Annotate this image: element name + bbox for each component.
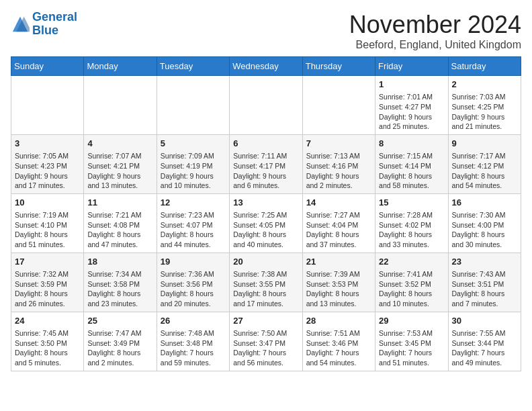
day-info: Sunrise: 7:11 AMSunset: 4:17 PMDaylight:… bbox=[233, 151, 298, 191]
day-info: Sunrise: 7:32 AMSunset: 3:59 PMDaylight:… bbox=[15, 269, 80, 309]
calendar-cell: 17Sunrise: 7:32 AMSunset: 3:59 PMDayligh… bbox=[11, 253, 84, 312]
day-info: Sunrise: 7:48 AMSunset: 3:48 PMDaylight:… bbox=[161, 328, 226, 368]
calendar-cell: 29Sunrise: 7:53 AMSunset: 3:45 PMDayligh… bbox=[375, 312, 448, 371]
day-info: Sunrise: 7:43 AMSunset: 3:51 PMDaylight:… bbox=[452, 269, 517, 309]
day-number: 18 bbox=[87, 256, 152, 268]
day-info: Sunrise: 7:05 AMSunset: 4:23 PMDaylight:… bbox=[15, 151, 80, 191]
calendar-cell: 6Sunrise: 7:11 AMSunset: 4:17 PMDaylight… bbox=[230, 134, 302, 193]
calendar-week-3: 10Sunrise: 7:19 AMSunset: 4:10 PMDayligh… bbox=[11, 193, 521, 253]
calendar-cell: 2Sunrise: 7:03 AMSunset: 4:25 PMDaylight… bbox=[448, 76, 521, 135]
calendar-cell: 26Sunrise: 7:48 AMSunset: 3:48 PMDayligh… bbox=[157, 312, 229, 371]
day-number: 1 bbox=[379, 79, 444, 91]
month-title: November 2024 bbox=[349, 11, 521, 39]
calendar-cell: 21Sunrise: 7:39 AMSunset: 3:53 PMDayligh… bbox=[302, 253, 375, 312]
day-number: 6 bbox=[233, 138, 298, 150]
calendar-cell: 27Sunrise: 7:50 AMSunset: 3:47 PMDayligh… bbox=[230, 312, 302, 371]
calendar-cell: 7Sunrise: 7:13 AMSunset: 4:16 PMDaylight… bbox=[302, 134, 375, 193]
day-info: Sunrise: 7:25 AMSunset: 4:05 PMDaylight:… bbox=[233, 210, 298, 250]
day-header-saturday: Saturday bbox=[448, 57, 521, 76]
calendar-cell: 9Sunrise: 7:17 AMSunset: 4:12 PMDaylight… bbox=[448, 134, 521, 193]
calendar-cell: 11Sunrise: 7:21 AMSunset: 4:08 PMDayligh… bbox=[84, 193, 157, 253]
day-number: 9 bbox=[452, 138, 517, 150]
calendar-cell: 3Sunrise: 7:05 AMSunset: 4:23 PMDaylight… bbox=[11, 134, 84, 193]
day-header-wednesday: Wednesday bbox=[230, 57, 302, 76]
calendar-cell: 25Sunrise: 7:47 AMSunset: 3:49 PMDayligh… bbox=[84, 312, 157, 371]
calendar-cell: 10Sunrise: 7:19 AMSunset: 4:10 PMDayligh… bbox=[11, 193, 84, 253]
day-number: 10 bbox=[15, 197, 80, 209]
calendar-header-row: SundayMondayTuesdayWednesdayThursdayFrid… bbox=[11, 57, 521, 76]
day-info: Sunrise: 7:30 AMSunset: 4:00 PMDaylight:… bbox=[452, 210, 517, 250]
calendar-cell: 20Sunrise: 7:38 AMSunset: 3:55 PMDayligh… bbox=[230, 253, 302, 312]
logo-icon bbox=[11, 15, 30, 34]
day-number: 28 bbox=[306, 315, 371, 327]
calendar-cell bbox=[302, 76, 375, 135]
day-header-sunday: Sunday bbox=[11, 57, 84, 76]
day-info: Sunrise: 7:17 AMSunset: 4:12 PMDaylight:… bbox=[452, 151, 517, 191]
day-header-friday: Friday bbox=[375, 57, 448, 76]
calendar-cell: 5Sunrise: 7:09 AMSunset: 4:19 PMDaylight… bbox=[157, 134, 229, 193]
calendar-cell: 28Sunrise: 7:51 AMSunset: 3:46 PMDayligh… bbox=[302, 312, 375, 371]
day-number: 19 bbox=[161, 256, 226, 268]
day-info: Sunrise: 7:50 AMSunset: 3:47 PMDaylight:… bbox=[233, 328, 298, 368]
day-info: Sunrise: 7:21 AMSunset: 4:08 PMDaylight:… bbox=[87, 210, 152, 250]
calendar-cell: 12Sunrise: 7:23 AMSunset: 4:07 PMDayligh… bbox=[157, 193, 229, 253]
day-info: Sunrise: 7:36 AMSunset: 3:56 PMDaylight:… bbox=[161, 269, 226, 309]
day-info: Sunrise: 7:47 AMSunset: 3:49 PMDaylight:… bbox=[87, 328, 152, 368]
calendar-cell: 23Sunrise: 7:43 AMSunset: 3:51 PMDayligh… bbox=[448, 253, 521, 312]
calendar-cell bbox=[230, 76, 302, 135]
calendar-cell: 19Sunrise: 7:36 AMSunset: 3:56 PMDayligh… bbox=[157, 253, 229, 312]
day-info: Sunrise: 7:38 AMSunset: 3:55 PMDaylight:… bbox=[233, 269, 298, 309]
calendar-cell: 22Sunrise: 7:41 AMSunset: 3:52 PMDayligh… bbox=[375, 253, 448, 312]
logo-text: General Blue bbox=[32, 11, 77, 38]
logo-line2: Blue bbox=[32, 24, 58, 37]
day-info: Sunrise: 7:28 AMSunset: 4:02 PMDaylight:… bbox=[379, 210, 444, 250]
logo-line1: General bbox=[32, 10, 77, 24]
day-info: Sunrise: 7:03 AMSunset: 4:25 PMDaylight:… bbox=[452, 92, 517, 132]
day-number: 13 bbox=[233, 197, 298, 209]
day-info: Sunrise: 7:39 AMSunset: 3:53 PMDaylight:… bbox=[306, 269, 371, 309]
day-info: Sunrise: 7:09 AMSunset: 4:19 PMDaylight:… bbox=[161, 151, 226, 191]
day-number: 2 bbox=[452, 79, 517, 91]
calendar-cell: 18Sunrise: 7:34 AMSunset: 3:58 PMDayligh… bbox=[84, 253, 157, 312]
day-info: Sunrise: 7:13 AMSunset: 4:16 PMDaylight:… bbox=[306, 151, 371, 191]
day-number: 15 bbox=[379, 197, 444, 209]
calendar-cell: 1Sunrise: 7:01 AMSunset: 4:27 PMDaylight… bbox=[375, 76, 448, 135]
day-number: 3 bbox=[15, 138, 80, 150]
calendar-cell: 14Sunrise: 7:27 AMSunset: 4:04 PMDayligh… bbox=[302, 193, 375, 253]
logo: General Blue bbox=[11, 11, 77, 38]
day-info: Sunrise: 7:27 AMSunset: 4:04 PMDaylight:… bbox=[306, 210, 371, 250]
day-number: 7 bbox=[306, 138, 371, 150]
day-number: 5 bbox=[161, 138, 226, 150]
calendar-cell: 13Sunrise: 7:25 AMSunset: 4:05 PMDayligh… bbox=[230, 193, 302, 253]
day-number: 12 bbox=[161, 197, 226, 209]
day-number: 20 bbox=[233, 256, 298, 268]
calendar-cell bbox=[11, 76, 84, 135]
calendar-week-5: 24Sunrise: 7:45 AMSunset: 3:50 PMDayligh… bbox=[11, 312, 521, 371]
day-info: Sunrise: 7:41 AMSunset: 3:52 PMDaylight:… bbox=[379, 269, 444, 309]
calendar-cell: 15Sunrise: 7:28 AMSunset: 4:02 PMDayligh… bbox=[375, 193, 448, 253]
day-number: 21 bbox=[306, 256, 371, 268]
day-number: 17 bbox=[15, 256, 80, 268]
calendar-table: SundayMondayTuesdayWednesdayThursdayFrid… bbox=[11, 56, 521, 371]
day-header-monday: Monday bbox=[84, 57, 157, 76]
day-info: Sunrise: 7:51 AMSunset: 3:46 PMDaylight:… bbox=[306, 328, 371, 368]
day-number: 14 bbox=[306, 197, 371, 209]
calendar-cell: 16Sunrise: 7:30 AMSunset: 4:00 PMDayligh… bbox=[448, 193, 521, 253]
day-number: 25 bbox=[87, 315, 152, 327]
calendar-cell: 24Sunrise: 7:45 AMSunset: 3:50 PMDayligh… bbox=[11, 312, 84, 371]
day-info: Sunrise: 7:15 AMSunset: 4:14 PMDaylight:… bbox=[379, 151, 444, 191]
day-number: 24 bbox=[15, 315, 80, 327]
day-info: Sunrise: 7:01 AMSunset: 4:27 PMDaylight:… bbox=[379, 92, 444, 132]
location: Beeford, England, United Kingdom bbox=[349, 39, 521, 51]
calendar-cell bbox=[84, 76, 157, 135]
day-number: 27 bbox=[233, 315, 298, 327]
day-number: 4 bbox=[87, 138, 152, 150]
header: General Blue November 2024 Beeford, Engl… bbox=[11, 11, 521, 51]
day-number: 11 bbox=[87, 197, 152, 209]
day-info: Sunrise: 7:23 AMSunset: 4:07 PMDaylight:… bbox=[161, 210, 226, 250]
calendar-week-1: 1Sunrise: 7:01 AMSunset: 4:27 PMDaylight… bbox=[11, 76, 521, 135]
day-header-thursday: Thursday bbox=[302, 57, 375, 76]
calendar-week-2: 3Sunrise: 7:05 AMSunset: 4:23 PMDaylight… bbox=[11, 134, 521, 193]
day-info: Sunrise: 7:45 AMSunset: 3:50 PMDaylight:… bbox=[15, 328, 80, 368]
day-number: 16 bbox=[452, 197, 517, 209]
